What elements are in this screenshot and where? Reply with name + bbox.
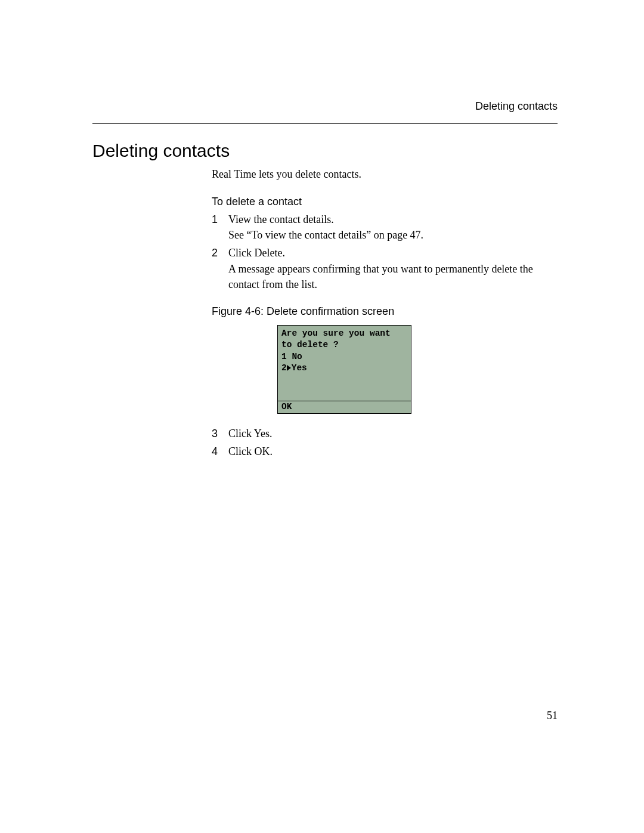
running-header: Deleting contacts xyxy=(92,100,558,113)
intro-paragraph: Real Time lets you delete contacts. xyxy=(212,167,546,181)
section-title: Deleting contacts xyxy=(92,141,558,161)
step-1: 1 View the contact details. See “To view… xyxy=(212,212,546,243)
step-number: 1 xyxy=(212,212,228,243)
step-2: 2 Click Delete. A message appears confir… xyxy=(212,245,546,292)
screen-option-yes: 2Yes xyxy=(281,363,407,374)
step-text: Click OK. xyxy=(228,445,273,457)
step-extra: See “To view the contact details” on pag… xyxy=(228,229,423,241)
step-number: 2 xyxy=(212,245,228,292)
step-number: 4 xyxy=(212,444,228,459)
step-3: 3 Click Yes. xyxy=(212,426,546,441)
step-4: 4 Click OK. xyxy=(212,444,546,459)
step-extra: A message appears confirming that you wa… xyxy=(228,263,533,290)
screen-line-2: to delete ? xyxy=(281,339,407,351)
header-rule xyxy=(92,123,558,124)
step-number: 3 xyxy=(212,426,228,441)
step-text: View the contact details. xyxy=(228,213,334,225)
delete-confirmation-screen: Are you sure you want to delete ? 1 No 2… xyxy=(277,325,411,414)
figure-caption: Figure 4-6: Delete confirmation screen xyxy=(212,305,546,318)
page-number: 51 xyxy=(547,710,558,722)
screen-line-1: Are you sure you want xyxy=(281,328,407,340)
screen-softkey-ok: OK xyxy=(278,401,411,413)
step-text: Click Delete. xyxy=(228,247,285,259)
procedure-heading: To delete a contact xyxy=(212,196,546,208)
step-text: Click Yes. xyxy=(228,428,273,439)
screen-option-no: 1 No xyxy=(281,351,407,363)
cursor-icon xyxy=(287,365,291,371)
